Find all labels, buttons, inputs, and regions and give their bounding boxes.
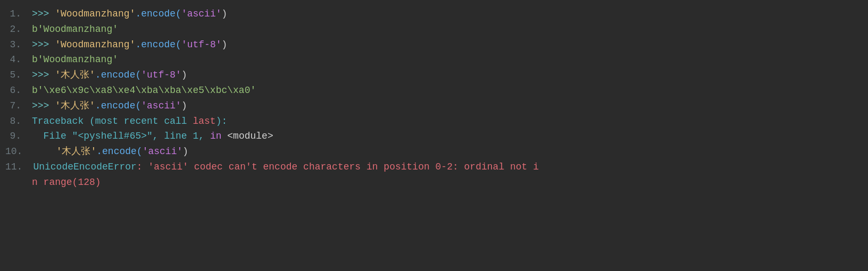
code-token: ) xyxy=(181,100,187,111)
code-token: b'Woodmanzhang' xyxy=(32,54,118,65)
code-line: 11.UnicodeEncodeError: 'ascii' codec can… xyxy=(0,159,868,175)
code-line: 2.b'Woodmanzhang' xyxy=(0,22,868,37)
code-token: last xyxy=(193,116,215,126)
line-number: 11. xyxy=(5,159,33,175)
code-token: in xyxy=(210,131,222,141)
line-number: 10. xyxy=(5,144,33,159)
line-number: 7. xyxy=(5,98,32,114)
code-token: '木人张' xyxy=(55,70,95,80)
code-line: 1.>>> 'Woodmanzhang'.encode('ascii') xyxy=(0,6,868,22)
line-content: b'Woodmanzhang' xyxy=(32,22,863,37)
code-token: .encode( xyxy=(96,146,142,157)
code-token: .encode( xyxy=(135,39,181,50)
code-token: 'utf-8' xyxy=(181,39,222,50)
line-content: File "<pyshell#65>", line 1, in <module> xyxy=(32,129,863,144)
code-token: '木人张' xyxy=(55,100,95,111)
code-token: in position 0-2: ordinal not i xyxy=(361,162,539,172)
line-content: >>> 'Woodmanzhang'.encode('utf-8') xyxy=(32,37,863,53)
line-content: >>> 'Woodmanzhang'.encode('ascii') xyxy=(32,6,863,22)
line-number: 4. xyxy=(5,52,32,67)
code-token: ) xyxy=(222,39,228,50)
code-line: 8.Traceback (most recent call last): xyxy=(0,114,868,129)
line-content: >>> '木人张'.encode('utf-8') xyxy=(32,67,863,83)
code-token: b'Woodmanzhang' xyxy=(32,24,118,35)
code-line: 10. '木人张'.encode('ascii') xyxy=(0,144,868,159)
code-token: >>> xyxy=(32,39,55,50)
code-token: ) xyxy=(222,9,228,19)
line-number: 2. xyxy=(5,22,32,37)
line-content: Traceback (most recent call last): xyxy=(32,114,863,129)
code-token: >>> xyxy=(32,100,55,111)
code-token: ) xyxy=(181,70,187,80)
line-number: 6. xyxy=(5,83,32,98)
code-token: >>> xyxy=(32,9,55,19)
code-token: >>> xyxy=(32,70,55,80)
code-line: 6.b'\xe6\x9c\xa8\xe4\xba\xba\xe5\xbc\xa0… xyxy=(0,83,868,98)
code-token: File "<pyshell#65>", line 1, xyxy=(32,131,210,141)
code-token: 'ascii' xyxy=(141,100,181,111)
code-token: 'ascii' xyxy=(143,146,183,157)
code-line: 5.>>> '木人张'.encode('utf-8') xyxy=(0,67,868,83)
code-token: characters xyxy=(303,162,361,172)
code-token: <module> xyxy=(221,131,273,141)
line-content: b'\xe6\x9c\xa8\xe4\xba\xba\xe5\xbc\xa0' xyxy=(32,83,863,98)
code-token: b'\xe6\x9c\xa8\xe4\xba\xba\xe5\xbc\xa0' xyxy=(32,85,256,96)
code-token: '木人张' xyxy=(56,146,97,157)
code-token: n range(128) xyxy=(32,177,101,188)
code-token: 'utf-8' xyxy=(141,70,181,80)
line-number: 3. xyxy=(5,37,32,53)
code-token: ) xyxy=(182,146,188,157)
line-number: 9. xyxy=(5,129,32,144)
code-token: ): xyxy=(216,116,228,126)
code-token: Traceback (most recent call xyxy=(32,116,193,126)
code-token: 'ascii' xyxy=(181,9,222,19)
line-number: 1. xyxy=(5,6,32,22)
code-token xyxy=(33,146,56,157)
line-content: b'Woodmanzhang' xyxy=(32,52,863,67)
code-line: 4.b'Woodmanzhang' xyxy=(0,52,868,67)
line-content: '木人张'.encode('ascii') xyxy=(33,144,863,159)
code-line: 3.>>> 'Woodmanzhang'.encode('utf-8') xyxy=(0,37,868,53)
code-line: 7.>>> '木人张'.encode('ascii') xyxy=(0,98,868,114)
line-content: >>> '木人张'.encode('ascii') xyxy=(32,98,863,114)
code-token: 'Woodmanzhang' xyxy=(55,9,135,19)
code-token: UnicodeEncodeError xyxy=(33,162,136,172)
code-line: n range(128) xyxy=(0,175,868,190)
line-number: 8. xyxy=(5,114,32,129)
code-output: 1.>>> 'Woodmanzhang'.encode('ascii')2.b'… xyxy=(0,0,868,197)
code-token: .encode( xyxy=(95,100,141,111)
line-number: 5. xyxy=(5,67,32,83)
line-content: n range(128) xyxy=(32,175,863,190)
code-token: .encode( xyxy=(95,70,141,80)
code-token: : 'ascii' codec xyxy=(137,162,229,172)
code-line: 9. File "<pyshell#65>", line 1, in <modu… xyxy=(0,129,868,144)
line-content: UnicodeEncodeError: 'ascii' codec can't … xyxy=(33,159,863,175)
code-token: can't xyxy=(229,162,257,172)
code-token: 'Woodmanzhang' xyxy=(55,39,135,50)
code-token: encode xyxy=(257,162,303,172)
code-token: .encode( xyxy=(135,9,181,19)
